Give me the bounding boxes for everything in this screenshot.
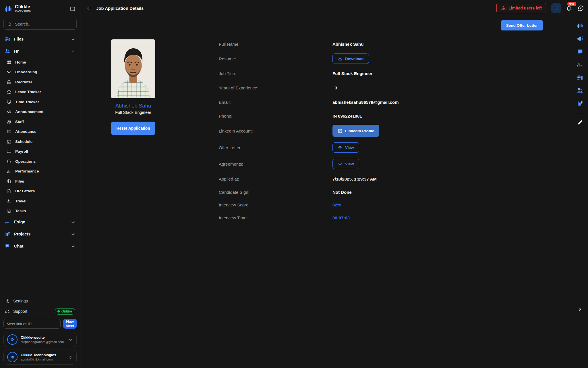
sidebar-section-hr[interactable]: Hr xyxy=(0,45,80,57)
copy-doc-icon xyxy=(7,179,11,184)
sidebar-item-label: Tasks xyxy=(15,209,26,213)
sidebar-item-payroll[interactable]: Payroll xyxy=(0,147,80,157)
sidebar-section-label: Files xyxy=(14,37,24,41)
sidebar-section-files[interactable]: Files xyxy=(0,33,80,45)
application-details: Full Name: Abhishek Sahu Resume: Downloa… xyxy=(219,37,466,224)
back-arrow-icon xyxy=(86,5,92,11)
sidebar-item-travel[interactable]: Travel xyxy=(0,196,80,206)
account-email: admin@clikkmail.com xyxy=(21,358,56,361)
sidebar-section-esign[interactable]: Esign xyxy=(0,216,80,228)
add-button[interactable] xyxy=(551,3,561,13)
sidebar-item-files[interactable]: Files xyxy=(0,176,80,186)
rail-analytics-icon[interactable] xyxy=(577,22,583,29)
send-offer-letter-button[interactable]: Send Offer Letter xyxy=(501,20,543,30)
detail-row-job-title: Job Title: Full Stack Engineer xyxy=(219,66,466,80)
view-label: View xyxy=(345,145,354,150)
linkedin-icon xyxy=(338,129,343,133)
detail-row-phone: Phone: IN 8962241881 xyxy=(219,109,466,122)
sidebar-item-label: Schedule xyxy=(15,139,32,144)
chat-bubble-icon xyxy=(5,243,10,249)
notification-badge: 99+ xyxy=(567,2,576,6)
headset-icon xyxy=(5,309,10,314)
sidebar-bottom: Settings Support Online New Meet Cli xyxy=(0,296,80,365)
rail-expand-chevron[interactable] xyxy=(577,306,583,312)
sidebar-section-chat[interactable]: Chat xyxy=(0,240,80,252)
detail-row-interview-time: Interview Time: 00:07:03 xyxy=(219,211,466,224)
sidebar-item-operations[interactable]: Operations xyxy=(0,156,80,166)
rail-files-icon[interactable] xyxy=(577,74,583,81)
online-label: Online xyxy=(61,309,72,313)
notifications-button[interactable]: 99+ xyxy=(566,5,572,12)
new-meet-button[interactable]: New Meet xyxy=(63,319,77,329)
online-dot-icon xyxy=(57,310,60,313)
detail-row-agreements: Agreements: View xyxy=(219,156,466,172)
sidebar-item-label: Time Tracker xyxy=(15,100,39,104)
rail-hr-icon[interactable] xyxy=(577,87,583,94)
sidebar-collapse-icon[interactable] xyxy=(70,6,76,12)
handshake-icon xyxy=(7,70,11,74)
file-check-icon xyxy=(7,208,11,213)
sidebar: Clikkle Worksuite Files xyxy=(0,0,80,368)
rail-edit-icon[interactable] xyxy=(577,119,583,126)
linkedin-profile-button[interactable]: LinkedIn Profile xyxy=(332,125,379,137)
sidebar-item-announcement[interactable]: Announcement xyxy=(0,107,80,117)
detail-row-candidate-sign: Candidate Sign: Not Done xyxy=(219,186,466,198)
credit-card-icon xyxy=(7,149,11,154)
sidebar-item-onboarding[interactable]: Onboarding xyxy=(0,67,80,77)
eye-icon xyxy=(338,162,343,166)
rail-chat-icon[interactable] xyxy=(577,48,583,55)
reset-application-button[interactable]: Reset Application xyxy=(111,122,155,135)
chevron-down-icon xyxy=(71,37,76,42)
account-card-workspace[interactable]: Clikkle-wsuite stephandgraham@gmail.com xyxy=(3,332,77,347)
detail-value: 3 xyxy=(332,85,337,90)
account-card-organization[interactable]: Clikkle Technologies admin@clikkmail.com xyxy=(3,350,77,365)
detail-label: Interview Score: xyxy=(219,202,332,207)
sidebar-item-recruiter[interactable]: Recruiter xyxy=(0,77,80,87)
sidebar-item-leave-tracker[interactable]: Leave Tracker xyxy=(0,87,80,97)
brand-suite: Worksuite xyxy=(15,9,31,13)
calendar-icon xyxy=(7,139,11,144)
candidate-name[interactable]: Abhishek Sahu xyxy=(111,103,155,109)
meet-row: New Meet xyxy=(3,319,77,329)
sidebar-item-time-tracker[interactable]: Time Tracker xyxy=(0,97,80,107)
sidebar-item-home[interactable]: Home xyxy=(0,57,80,67)
brand-name: Clikkle xyxy=(15,5,31,9)
chevron-down-icon xyxy=(71,244,76,249)
search-box[interactable] xyxy=(3,19,77,30)
rail-projects-icon[interactable] xyxy=(577,100,583,107)
settings-button[interactable]: Settings xyxy=(3,296,77,306)
sidebar-section-label: Hr xyxy=(14,49,19,53)
people-icon xyxy=(5,48,10,54)
chevron-down-icon xyxy=(68,337,73,342)
umbrella-icon xyxy=(7,89,11,94)
sidebar-item-staff[interactable]: Staff xyxy=(0,117,80,127)
candidate-role: Full Stack Engineer xyxy=(111,110,155,115)
sidebar-item-tasks[interactable]: Tasks xyxy=(0,206,80,216)
sidebar-nav: Files Hr Home Onboarding xyxy=(0,33,80,252)
workspace-avatar xyxy=(7,334,18,345)
detail-value: 82% xyxy=(332,202,341,207)
download-resume-button[interactable]: Download xyxy=(332,53,369,64)
view-label: View xyxy=(345,162,354,166)
rail-esign-icon[interactable] xyxy=(577,61,583,68)
meet-link-input[interactable] xyxy=(3,319,61,329)
support-button[interactable]: Support Online xyxy=(3,306,77,317)
sidebar-item-schedule[interactable]: Schedule xyxy=(0,137,80,147)
search-input[interactable] xyxy=(15,22,73,26)
search-icon xyxy=(7,22,12,27)
limited-users-button[interactable]: Limited users left xyxy=(496,3,546,13)
chevron-down-icon xyxy=(71,232,76,237)
sidebar-item-hr-letters[interactable]: HR Letters xyxy=(0,186,80,196)
messages-button[interactable] xyxy=(577,5,584,12)
back-button[interactable] xyxy=(85,3,94,13)
view-offer-letter-button[interactable]: View xyxy=(332,142,359,153)
candidate-photo xyxy=(111,39,155,98)
sidebar-item-attendance[interactable]: Attendance xyxy=(0,127,80,137)
topbar-actions: Limited users left 99+ xyxy=(496,3,584,13)
account-name: Clikkle-wsuite xyxy=(21,336,64,340)
rail-megaphone-icon[interactable] xyxy=(577,35,583,42)
view-agreements-button[interactable]: View xyxy=(332,159,359,169)
sidebar-item-label: Leave Tracker xyxy=(15,90,41,94)
sidebar-item-performance[interactable]: Performance xyxy=(0,166,80,177)
sidebar-section-projects[interactable]: Projects xyxy=(0,228,80,240)
